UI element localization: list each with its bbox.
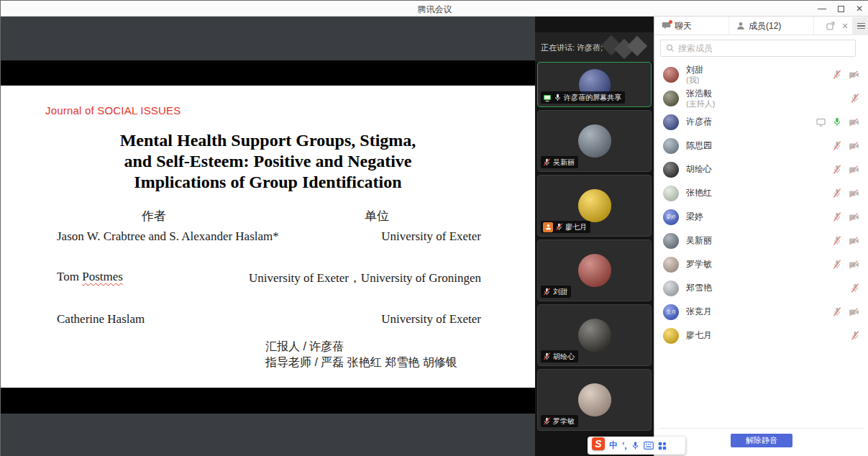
member-status-icons <box>816 117 859 127</box>
ime-keyboard-icon[interactable] <box>644 442 654 450</box>
member-row[interactable]: 刘甜 (我) <box>654 63 868 86</box>
video-tile[interactable]: 许彦蓓的屏幕共享 <box>537 62 652 107</box>
member-avatar <box>663 138 679 154</box>
member-name: 廖七月 <box>686 330 851 341</box>
camera-off-icon <box>849 70 859 79</box>
sogou-ime-bar: S 中 ’, <box>588 437 685 455</box>
tile-name-label: 刘甜 <box>541 286 571 298</box>
slide-title: Mental Health Support Groups, Stigma, an… <box>1 130 535 193</box>
mic-muted-icon <box>833 188 841 198</box>
speaking-label: 正在讲话: 许彦蓓; <box>541 42 603 53</box>
member-row[interactable]: 竞月 张竞月 <box>654 300 868 324</box>
close-button[interactable]: ✕ <box>850 1 868 17</box>
author-affiliation: University of Exeter <box>381 229 481 244</box>
panel-divider <box>660 428 864 429</box>
member-search-box[interactable] <box>660 40 856 57</box>
unmute-button[interactable]: 解除静音 <box>731 434 792 447</box>
ime-mic-icon[interactable] <box>631 441 639 450</box>
mic-on-icon <box>554 94 562 101</box>
camera-off-icon <box>849 118 859 127</box>
window-title: 腾讯会议 <box>1 4 868 16</box>
tab-chat[interactable]: 聊天 <box>654 17 729 35</box>
mic-muted-icon <box>543 352 551 360</box>
ime-language-toggle[interactable]: 中 <box>609 439 618 452</box>
tile-participant-name: 廖七月 <box>565 222 587 232</box>
author-row: Jason W. Crabtree and S. Alexander Hasla… <box>57 229 481 244</box>
member-row[interactable]: 郑雪艳 <box>654 276 868 300</box>
panel-close-button[interactable]: ✕ <box>838 17 852 35</box>
video-tile[interactable]: 廖七月 <box>537 175 652 237</box>
screen-share-icon <box>816 118 826 127</box>
member-status-icons <box>851 283 859 293</box>
member-status-icons <box>851 331 859 340</box>
author-affiliation: University of Exeter <box>381 312 481 327</box>
member-role: (主持人) <box>686 99 851 109</box>
member-name: 胡绘心 <box>686 164 833 175</box>
member-texts: 刘甜 (我) <box>686 65 833 85</box>
participant-avatar <box>578 319 611 352</box>
member-texts: 廖七月 <box>686 330 851 341</box>
panel-menu-button[interactable] <box>852 17 868 35</box>
member-avatar <box>663 257 679 273</box>
mic-muted-icon <box>833 141 841 150</box>
advisors-line: 指导老师 / 严磊 张艳红 郑雪艳 胡修银 <box>265 355 457 370</box>
tile-name-label: 许彦蓓的屏幕共享 <box>541 91 625 104</box>
ime-toolbox-icon[interactable] <box>658 442 667 450</box>
window-controls: — ✕ <box>813 1 868 17</box>
presentation-slide: Journal of SOCIAL ISSUES Mental Health S… <box>1 86 535 388</box>
member-row[interactable]: 陈思园 <box>654 134 868 158</box>
member-status-icons <box>851 94 859 103</box>
member-texts: 胡绘心 <box>686 164 833 175</box>
mic-muted-icon <box>833 165 841 174</box>
member-avatar <box>663 67 679 83</box>
member-row[interactable]: 胡绘心 <box>654 158 868 181</box>
member-row[interactable]: 张艳红 <box>654 181 868 205</box>
member-status-icons <box>833 236 859 245</box>
member-texts: 罗学敏 <box>686 259 833 270</box>
video-tile[interactable]: 罗学敏 <box>537 369 652 431</box>
video-tile[interactable]: 胡绘心 <box>537 304 652 366</box>
member-texts: 梁婷 <box>686 211 833 222</box>
member-row[interactable]: 梁婷 梁婷 <box>654 205 868 229</box>
video-tile[interactable]: 刘甜 <box>537 240 652 301</box>
sogou-logo-icon[interactable]: S <box>592 437 605 450</box>
member-row[interactable]: 吴新丽 <box>654 229 868 252</box>
participant-avatar <box>578 124 611 158</box>
participant-avatar <box>578 189 611 222</box>
member-row[interactable]: 罗学敏 <box>654 252 868 276</box>
mic-muted-icon <box>833 236 841 245</box>
member-texts: 陈思园 <box>686 140 833 151</box>
search-icon <box>666 44 675 53</box>
member-list: 刘甜 (我) <box>654 63 868 347</box>
member-name: 郑雪艳 <box>686 283 851 293</box>
tencent-meeting-window: 腾讯会议 — ✕ Journal of SOCIAL ISSUES Mental… <box>0 0 868 456</box>
popout-button[interactable] <box>823 17 838 35</box>
hand-raised-icon <box>543 222 553 232</box>
member-texts: 张艳红 <box>686 188 833 199</box>
screen-share-icon <box>543 94 552 102</box>
tab-members[interactable]: 成员(12) <box>729 17 814 35</box>
member-avatar: 竞月 <box>663 304 679 320</box>
restore-button[interactable] <box>831 1 850 17</box>
member-row[interactable]: 许彦蓓 <box>654 110 868 134</box>
ime-punctuation-toggle[interactable]: ’, <box>622 441 627 451</box>
member-row[interactable]: 张浩毅 (主持人) <box>654 86 868 110</box>
camera-off-icon <box>849 165 859 174</box>
video-tile[interactable]: 吴新丽 <box>537 110 652 172</box>
search-input[interactable] <box>678 43 850 53</box>
member-avatar: 梁婷 <box>663 209 679 225</box>
mic-muted-icon <box>543 417 551 425</box>
minimize-button[interactable]: — <box>813 1 831 17</box>
member-status-icons <box>833 188 859 198</box>
member-row[interactable]: 廖七月 <box>654 324 868 347</box>
member-texts: 吴新丽 <box>686 235 833 246</box>
tile-participant-name: 罗学敏 <box>553 416 575 427</box>
author-affiliation: University of Exeter，University of Groni… <box>249 270 481 286</box>
presenter-line: 汇报人 / 许彦蓓 <box>265 339 457 355</box>
spellcheck-underline: Postmes <box>82 270 123 283</box>
mic-muted-icon <box>833 307 841 316</box>
mic-muted-icon <box>851 331 859 340</box>
mic-muted-icon <box>555 223 563 231</box>
author-row: Catherine Haslam University of Exeter <box>57 312 481 327</box>
member-name: 梁婷 <box>686 211 833 222</box>
